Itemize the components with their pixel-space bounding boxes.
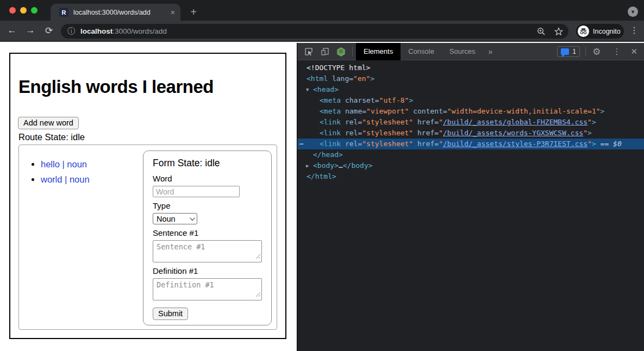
browser-menu-icon[interactable]: ⋮ — [630, 25, 639, 35]
add-new-word-button[interactable]: Add new word — [18, 117, 79, 129]
settings-gear-icon[interactable]: ⚙ — [592, 46, 601, 57]
tab-close-icon[interactable]: × — [171, 8, 175, 17]
browser-window: R localhost:3000/words/add × + ▼ ← → ⟳ ⓘ… — [0, 0, 644, 351]
new-tab-button[interactable]: + — [187, 5, 200, 18]
code-token: "en" — [353, 74, 370, 83]
dom-tree-line[interactable]: ▼<head> — [297, 84, 644, 95]
page-title: English words I learned — [18, 77, 214, 97]
maximize-window-button[interactable] — [31, 7, 37, 14]
dom-tree-line[interactable]: </html> — [297, 171, 644, 182]
browser-tab[interactable]: R localhost:3000/words/add × — [51, 4, 180, 21]
dom-tree-line[interactable]: <meta charset="utf-8"> — [297, 95, 644, 106]
submit-button[interactable]: Submit — [153, 308, 188, 320]
code-token: href= — [413, 129, 439, 137]
zoom-icon[interactable] — [537, 27, 546, 36]
forward-button[interactable]: → — [24, 25, 37, 36]
site-info-icon[interactable]: ⓘ — [67, 27, 75, 36]
extension-hexagon-icon[interactable] — [336, 47, 346, 57]
more-tabs-icon[interactable]: » — [483, 47, 498, 56]
devtools-tab-console[interactable]: Console — [401, 43, 442, 60]
devtools-close-icon[interactable]: ✕ — [630, 47, 637, 57]
url-path: :3000/words/add — [112, 27, 167, 35]
code-token: == $0 — [596, 140, 622, 148]
code-token: </html> — [307, 172, 336, 180]
reload-button[interactable]: ⟳ — [42, 25, 55, 36]
dom-tree-line[interactable]: ⋯<link rel="stylesheet" href="/build/_as… — [297, 139, 644, 149]
remix-favicon-icon: R — [59, 8, 68, 17]
bookmark-star-icon[interactable] — [554, 27, 563, 36]
code-token: <link — [320, 118, 341, 126]
code-token: /build/_assets/styles-P3R7IEST.css — [443, 140, 587, 148]
close-window-button[interactable] — [9, 7, 16, 14]
sentence-label: Sentence #1 — [153, 228, 262, 237]
code-token: content= — [409, 107, 447, 115]
code-token: <link — [320, 140, 341, 148]
devtools-tab-sources[interactable]: Sources — [442, 43, 483, 60]
code-token: > — [592, 140, 596, 148]
dom-tree-line[interactable]: ▶<body>…</body> — [297, 160, 644, 171]
word-link[interactable]: world | noun — [41, 174, 90, 184]
back-button[interactable]: ← — [5, 25, 18, 36]
code-token: > — [370, 74, 374, 83]
code-token: <html — [307, 74, 328, 83]
issues-bubble-icon — [561, 48, 569, 55]
expand-arrow-icon[interactable]: ▶ — [306, 160, 313, 171]
code-token: <!DOCTYPE html> — [307, 64, 370, 72]
dom-tree-line[interactable]: <meta name="viewport" content="width=dev… — [297, 106, 644, 117]
word-link[interactable]: hello | noun — [41, 159, 87, 169]
code-token: "width=device-width,initial-scale=1" — [447, 107, 601, 115]
web-page: English words I learned Add new word Rou… — [0, 43, 296, 351]
devtools-tab-elements[interactable]: Elements — [356, 43, 401, 60]
issues-counter[interactable]: 1 — [557, 46, 580, 57]
code-token: name= — [341, 107, 366, 115]
type-select-value: Noun — [157, 215, 190, 223]
tab-search-chevron-icon[interactable]: ▼ — [628, 7, 638, 17]
toolbar-divider — [352, 47, 353, 57]
code-token: > — [409, 96, 413, 104]
definition-label: Definition #1 — [153, 266, 262, 275]
code-token: <link — [320, 129, 341, 137]
code-token: … — [339, 161, 343, 170]
add-word-form: Form State: idle Word Type Noun Sentence… — [143, 151, 272, 325]
code-token: " — [439, 140, 443, 148]
devtools-panel: ElementsConsoleSources » 1 ⚙ ⋮ ✕ <!DOCTY… — [297, 43, 644, 351]
dom-tree-line[interactable]: <link rel="stylesheet" href="/build/_ass… — [297, 117, 644, 128]
minimize-window-button[interactable] — [20, 7, 27, 14]
route-state-text: Route State: idle — [18, 132, 85, 142]
incognito-label: Incognito — [593, 28, 621, 35]
devtools-menu-icon[interactable]: ⋮ — [612, 47, 621, 57]
titlebar: R localhost:3000/words/add × + ▼ — [0, 0, 644, 21]
issues-count: 1 — [572, 48, 576, 55]
resize-grip-icon[interactable] — [255, 290, 261, 299]
code-token: rel= — [341, 129, 362, 137]
expand-arrow-icon[interactable]: ▼ — [306, 84, 313, 95]
select-chevron-icon — [190, 215, 195, 221]
line-actions-icon[interactable]: ⋯ — [299, 139, 304, 149]
toolbar-divider — [585, 47, 586, 57]
dom-tree-line[interactable]: <!DOCTYPE html> — [297, 62, 644, 73]
inspect-element-icon[interactable] — [304, 47, 314, 57]
code-token: <head> — [313, 85, 339, 93]
incognito-badge: Incognito — [576, 24, 624, 39]
code-token: charset= — [341, 96, 379, 104]
code-token: " — [439, 129, 443, 137]
url-bar[interactable]: ⓘ localhost :3000/words/add — [61, 24, 568, 39]
word-input[interactable] — [153, 186, 240, 197]
code-token: " — [587, 118, 592, 126]
definition-textarea[interactable] — [153, 278, 262, 300]
url-host: localhost — [80, 27, 112, 35]
code-token: > — [592, 118, 596, 126]
dom-tree-line[interactable]: </head> — [297, 149, 644, 160]
resize-grip-icon[interactable] — [255, 252, 261, 261]
sentence-textarea[interactable] — [153, 240, 262, 262]
dom-tree-line[interactable]: <link rel="stylesheet" href="/build/_ass… — [297, 128, 644, 139]
dom-tree-line[interactable]: <html lang="en"> — [297, 73, 644, 84]
form-state-text: Form State: idle — [153, 158, 262, 169]
incognito-icon — [578, 26, 589, 37]
browser-toolbar: ← → ⟳ ⓘ localhost :3000/words/add Incogn… — [0, 21, 644, 42]
code-token: /build/_assets/global-FHZEMBS4.css — [443, 118, 587, 126]
device-toolbar-icon[interactable] — [320, 47, 330, 57]
code-token: > — [601, 107, 605, 115]
code-token: lang= — [328, 74, 353, 83]
type-select[interactable]: Noun — [153, 213, 197, 224]
